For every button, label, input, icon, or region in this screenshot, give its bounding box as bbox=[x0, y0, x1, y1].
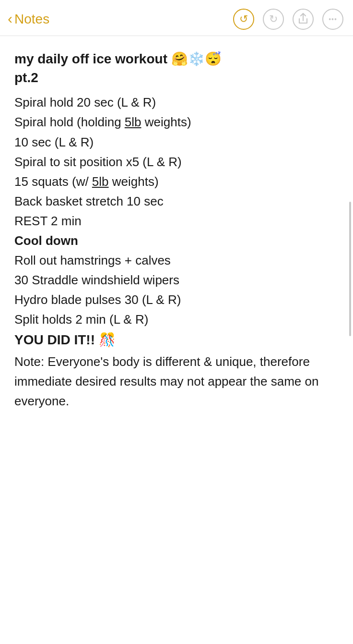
scroll-indicator bbox=[349, 202, 351, 336]
chevron-left-icon: ‹ bbox=[8, 12, 12, 26]
note-title: my daily off ice workout 🤗❄️😴pt.2 bbox=[14, 49, 339, 87]
section-cool-down: Cool down bbox=[14, 231, 339, 251]
list-item: Spiral hold 20 sec (L & R) bbox=[14, 93, 339, 112]
more-button[interactable]: ••• bbox=[322, 9, 343, 30]
note-disclaimer: Note: Everyone's body is different & uni… bbox=[14, 352, 339, 411]
list-item: 10 sec (L & R) bbox=[14, 133, 339, 152]
back-button[interactable]: ‹ Notes bbox=[8, 12, 49, 27]
redo-icon: ↻ bbox=[269, 14, 278, 24]
list-item: REST 2 min bbox=[14, 211, 339, 231]
list-item: Roll out hamstrings + calves bbox=[14, 251, 339, 270]
underline-5lb: 5lb bbox=[125, 115, 141, 129]
more-icon: ••• bbox=[329, 16, 337, 23]
share-button[interactable] bbox=[293, 9, 314, 30]
list-item: 15 squats (w/ 5lb weights) bbox=[14, 172, 339, 192]
back-label: Notes bbox=[14, 12, 49, 27]
list-item: Split holds 2 min (L & R) bbox=[14, 310, 339, 329]
list-item: Hydro blade pulses 30 (L & R) bbox=[14, 290, 339, 310]
undo-icon: ↺ bbox=[239, 14, 248, 24]
app-header: ‹ Notes ↺ ↻ ••• bbox=[0, 0, 353, 36]
list-item: Spiral to sit position x5 (L & R) bbox=[14, 152, 339, 172]
you-did-it-line: YOU DID IT!! 🎊 bbox=[14, 329, 339, 351]
share-icon bbox=[298, 13, 308, 26]
list-item: 30 Straddle windshield wipers bbox=[14, 270, 339, 290]
list-item: Back basket stretch 10 sec bbox=[14, 192, 339, 211]
list-item: Spiral hold (holding 5lb weights) bbox=[14, 112, 339, 132]
header-actions: ↺ ↻ ••• bbox=[233, 9, 343, 30]
note-content[interactable]: my daily off ice workout 🤗❄️😴pt.2 Spiral… bbox=[0, 36, 353, 430]
undo-button[interactable]: ↺ bbox=[233, 9, 254, 30]
redo-button[interactable]: ↻ bbox=[263, 9, 284, 30]
underline-5lb-2: 5lb bbox=[92, 174, 109, 189]
